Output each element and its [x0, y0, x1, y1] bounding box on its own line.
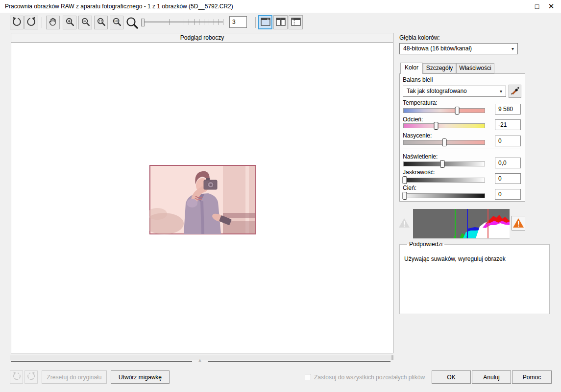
slider-thumb[interactable] [434, 122, 439, 130]
slider-thumb[interactable] [402, 176, 407, 184]
preview-header: Podgląd roboczy [11, 33, 393, 43]
title-bar: Pracownia obrazków RAW z aparatu fotogra… [0, 0, 561, 13]
rotate-right-button[interactable] [24, 16, 38, 29]
splitter-collapse-handle[interactable]: ▲ [195, 358, 205, 363]
window-title: Pracownia obrazków RAW z aparatu fotogra… [5, 3, 233, 10]
histogram-marker-green [455, 209, 456, 238]
warning-triangle-icon [512, 217, 524, 230]
slider-thumb[interactable] [402, 192, 407, 200]
histogram-marker-blue [467, 209, 468, 238]
zoom-100-icon: 100 [112, 17, 122, 28]
magnifier-icon [125, 16, 139, 31]
toolbar-separator [42, 17, 42, 28]
brightness-label: Jaskrawość: [403, 169, 435, 176]
slider-thumb[interactable] [455, 107, 459, 115]
saturation-label: Nasycenie: [403, 132, 432, 139]
zoom-slider[interactable] [141, 19, 223, 26]
preview-canvas[interactable] [11, 42, 393, 353]
hints-groupbox: Podpowiedzi Używając suwaków, wyreguluj … [399, 241, 550, 314]
raw-lab-dialog: Pracownia obrazków RAW z aparatu fotogra… [0, 0, 561, 392]
exposure-label: Naświetlenie: [403, 153, 438, 160]
help-button[interactable]: Pomoc [512, 370, 552, 384]
ok-button[interactable]: OK [432, 370, 471, 384]
color-depth-label: Głębia kolorów: [399, 34, 440, 41]
saturation-slider[interactable] [403, 140, 485, 145]
slider-thumb[interactable] [440, 160, 445, 168]
view-list-button[interactable] [289, 15, 303, 29]
temperature-input[interactable] [495, 104, 521, 115]
undo-button [10, 370, 23, 384]
color-depth-dropdown[interactable]: 48-bitowa (16 bitów/kanał) ▾ [399, 43, 518, 54]
warning-triangle-icon [398, 217, 410, 230]
zoom-in-button[interactable] [63, 16, 76, 29]
temperature-label: Temperatura: [403, 99, 438, 106]
tint-label: Odcień: [403, 116, 423, 123]
slider-thumb[interactable] [442, 138, 446, 146]
view-single-button[interactable] [258, 15, 272, 29]
zoom-in-icon [65, 17, 75, 28]
apply-to-all-label: Zastosuj do wszystkich pozostałych plikó… [314, 374, 425, 381]
rotate-left-button[interactable] [10, 16, 24, 29]
hand-icon [48, 17, 58, 28]
brightness-slider[interactable] [403, 178, 485, 183]
preview-header-label: Podgląd roboczy [180, 34, 224, 41]
redo-button [24, 370, 38, 384]
splitter-line [208, 361, 390, 362]
maximize-button[interactable]: □ [532, 1, 542, 12]
view-split-button[interactable] [273, 15, 288, 29]
slider-group-separator [403, 148, 521, 148]
pan-button[interactable] [46, 16, 60, 29]
shadow-input[interactable] [495, 189, 521, 200]
undo-icon [12, 371, 22, 383]
shadow-clipping-warning-button [398, 217, 411, 230]
saturation-input[interactable] [495, 136, 521, 146]
zoom-slider-thumb[interactable] [141, 19, 145, 26]
hints-title: Podpowiedzi [407, 241, 444, 248]
tab-kolor[interactable]: Kolor [400, 63, 423, 74]
zoom-fit-icon [96, 17, 106, 28]
tab-wlasciwosci[interactable]: Właściwości [456, 63, 494, 73]
reset-to-original-button: Zresetuj do oryginału [42, 370, 107, 384]
rotate-left-icon [11, 17, 22, 29]
list-pane-icon [291, 18, 301, 27]
shadow-label: Cień: [403, 184, 416, 191]
tint-input[interactable] [495, 119, 521, 130]
zoom-out-button[interactable] [78, 16, 92, 29]
zoom-fit-button[interactable] [94, 16, 108, 29]
histogram-marker-red [488, 209, 488, 238]
rotate-right-icon [26, 17, 37, 29]
svg-text:100: 100 [114, 20, 118, 23]
eyedropper-button[interactable] [509, 85, 521, 98]
zoom-out-icon [80, 17, 91, 28]
zoom-slider-track[interactable] [141, 21, 223, 23]
tab-szczegoly[interactable]: Szczegóły [423, 63, 456, 73]
apply-to-all-checkbox [305, 374, 311, 380]
splitter-line [11, 361, 192, 362]
single-pane-icon [261, 18, 270, 27]
white-balance-label: Balans bieli [403, 76, 433, 83]
brightness-input[interactable] [495, 173, 521, 184]
zoom-100-button[interactable]: 100 [110, 16, 123, 29]
hints-text: Używając suwaków, wyreguluj obrazek [404, 255, 506, 262]
close-button[interactable]: ✕ [546, 1, 557, 12]
zoom-value-input[interactable] [229, 16, 247, 28]
shadow-slider[interactable] [403, 193, 485, 198]
split-pane-icon [276, 18, 286, 27]
chevron-down-icon: ▾ [512, 44, 514, 54]
highlight-clipping-warning-button[interactable] [512, 216, 525, 231]
chevron-down-icon: ▾ [500, 86, 502, 96]
exposure-input[interactable] [495, 158, 521, 168]
exposure-slider[interactable] [403, 161, 485, 166]
cancel-button[interactable]: Anuluj [472, 370, 511, 384]
redo-icon [26, 371, 36, 383]
temperature-slider[interactable] [403, 108, 485, 113]
eyedropper-icon [510, 86, 520, 97]
toolbar-separator [255, 17, 256, 28]
white-balance-dropdown[interactable]: Tak jak sfotografowano ▾ [403, 86, 506, 97]
create-snapshot-button[interactable]: Utwórz migawkę [111, 370, 170, 384]
preview-image [149, 165, 256, 234]
histogram [413, 209, 510, 239]
tint-slider[interactable] [403, 123, 485, 128]
